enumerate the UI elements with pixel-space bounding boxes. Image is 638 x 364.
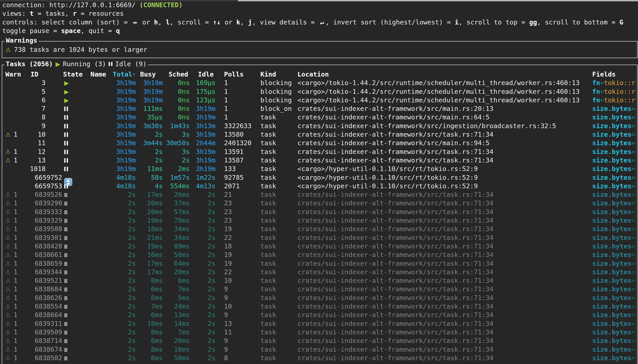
table-row[interactable]: ⚠1 6839509 2s 8ms 7ms 2s 11 task crates/… xyxy=(2,328,637,336)
table-row[interactable]: ⚠1 10 3h19m 2s 3s 3h19m 13580 task crate… xyxy=(2,130,637,139)
table-row[interactable]: ⚠1 6838554 2s 7ms 24ms 2s 10 task crates… xyxy=(2,302,637,310)
table-row[interactable]: ⚠1 6838626 2s 6ms 5ms 2s 9 task crates/s… xyxy=(2,294,637,302)
task-location: crates/sui-indexer-alt-framework/src/tas… xyxy=(298,319,494,328)
busy-duration: 8ms xyxy=(138,345,163,354)
table-row[interactable]: ⚠1 6838684 2s 6ms 7ms 2s 9 task crates/s… xyxy=(2,285,637,293)
sched-duration: 37ms xyxy=(165,199,190,207)
column-header-name[interactable]: Name xyxy=(90,70,106,78)
column-header-busy[interactable]: Busy xyxy=(140,70,156,78)
help-text: , scroll to bottom = xyxy=(537,18,619,26)
table-row[interactable]: ⚠1 6838664 2s 6ms 13ms 2s 9 task crates/… xyxy=(2,310,637,319)
table-row[interactable]: 6659753 4m18s 4s 554ms 4m13s 2071 task <… xyxy=(2,182,637,190)
table-row[interactable]: ⚠1 6839344 2s 17ms 28ms 2s 22 task crate… xyxy=(2,268,637,276)
table-row[interactable]: ⚠1 6839521 2s 8ms 6ms 2s 10 task crates/… xyxy=(2,276,637,285)
field-equals: = xyxy=(632,130,635,138)
task-id: 6839521 xyxy=(23,276,62,285)
task-kind: task xyxy=(260,148,276,156)
sched-duration: 7ms xyxy=(165,328,190,336)
table-row[interactable]: 7 3h19m 111ms 0ns 3h19m 1 block_on crate… xyxy=(2,104,637,113)
task-fields: size.bytes= xyxy=(592,148,635,156)
table-row[interactable]: 11 3h19m 3m44s 30m50s 2h44m 2401320 task… xyxy=(2,139,637,147)
busy-duration: 6ms xyxy=(138,310,163,319)
busy-duration: 20ms xyxy=(138,208,163,216)
column-header-warn[interactable]: Warn xyxy=(6,70,21,78)
column-header-state[interactable]: State xyxy=(63,70,82,78)
warn-cell xyxy=(6,173,23,182)
table-row[interactable]: ⚠1 13 3h19m 2s 2s 3h19m 13587 task crate… xyxy=(2,156,637,164)
idle-duration: 2s xyxy=(192,259,216,268)
state-paused-icon xyxy=(64,158,68,163)
task-id: 6839311 xyxy=(23,319,62,328)
table-row[interactable]: ⚠1 6839333 2s 20ms 57ms 2s 23 task crate… xyxy=(2,208,637,216)
table-row[interactable]: 9 3h19m 3m30s 1m43s 3h13m 3322633 task c… xyxy=(2,122,637,130)
column-header-total-sorted[interactable]: Total▿ xyxy=(113,70,135,79)
state-running-icon: ▶ xyxy=(64,88,69,95)
task-kind: blocking xyxy=(260,78,292,87)
table-row[interactable]: ⚠1 6839508 2s 18ms 34ms 2s 19 task crate… xyxy=(2,225,637,233)
table-row[interactable]: 5 ▶ 3h19m 3h19m 0ns 175µs 1 blocking <ca… xyxy=(2,87,637,96)
column-header-id[interactable]: ID xyxy=(30,70,38,78)
table-row[interactable]: ⚠1 6839526 2s 17ms 26ms 2s 21 task crate… xyxy=(2,190,637,199)
task-kind: task xyxy=(260,328,276,336)
table-row[interactable]: ⚠1 6839301 2s 21ms 34ms 2s 22 task crate… xyxy=(2,234,637,242)
column-header-idle[interactable]: Idle xyxy=(198,70,214,78)
table-row[interactable]: ⚠1 6838659 2s 17ms 64ms 2s 19 task crate… xyxy=(2,259,637,268)
idle-duration: 2s xyxy=(192,208,216,216)
warn-count: 1 xyxy=(14,156,17,164)
table-row[interactable]: ⚠1 6839329 2s 19ms 78ms 2s 23 task crate… xyxy=(2,216,637,225)
table-row[interactable]: ⚠1 6838661 2s 16ms 50ms 2s 19 task crate… xyxy=(2,250,637,259)
state-done-icon xyxy=(64,296,67,300)
table-row[interactable]: ⚠1 12 3h19m 2s 3s 3h19m 13591 task crate… xyxy=(2,148,637,156)
task-fields: size.bytes= xyxy=(592,164,635,173)
column-header-location[interactable]: Location xyxy=(298,70,329,78)
column-header-polls[interactable]: Polls xyxy=(224,70,244,78)
warning-triangle-icon: ⚠ xyxy=(6,295,10,300)
table-row[interactable]: ⚠1 6839290 2s 20ms 37ms 2s 23 task crate… xyxy=(2,199,637,207)
table-row[interactable]: 3 ▶ 3h19m 3h19m 0ns 169µs 1 blocking <ca… xyxy=(2,78,637,87)
table-row[interactable]: ⚠1 6838714 2s 6ms 20ms 2s 9 task crates/… xyxy=(2,336,637,345)
warning-triangle-icon: ⚠ xyxy=(6,244,10,249)
field-equals: = xyxy=(632,294,635,302)
help-header: connection: http://127.0.0.1:6669/ (CONN… xyxy=(2,1,638,35)
field-key: size.bytes xyxy=(592,139,632,147)
field-equals: = xyxy=(632,337,635,344)
column-header-kind[interactable]: Kind xyxy=(260,70,276,78)
table-row[interactable]: ⚠1 6838674 2s 8ms 10ms 2s 9 task crates/… xyxy=(2,345,637,354)
field-equals: = xyxy=(632,354,635,362)
field-equals: = xyxy=(632,251,635,258)
column-header-fields[interactable]: Fields xyxy=(592,70,616,78)
table-row[interactable]: ⚠1 6838502 2s 6ms 50ms 2s 8 task crates/… xyxy=(2,354,637,362)
state-done-icon xyxy=(64,330,67,334)
field-key: size.bytes xyxy=(592,122,632,130)
table-row[interactable]: ⚠1 6839311 2s 10ms 14ms 2s 13 task crate… xyxy=(2,319,637,328)
state-done-icon xyxy=(64,219,67,223)
warn-count: 1 xyxy=(14,276,17,285)
sched-duration: 64ms xyxy=(165,259,190,268)
warn-count: 1 xyxy=(14,319,17,328)
table-row[interactable]: ⚠1 6838428 2s 19ms 89ms 2s 18 task crate… xyxy=(2,242,637,250)
task-id: 6659753 xyxy=(23,182,62,190)
warn-cell xyxy=(6,96,23,104)
polls-count: 133 xyxy=(224,164,236,173)
table-body: 3 ▶ 3h19m 3h19m 0ns 169µs 1 blocking <ca… xyxy=(2,78,637,362)
warn-cell: ⚠1 xyxy=(6,225,23,233)
table-row[interactable]: 8 3h19m 35µs 0ns 3h19m 1 task crates/sui… xyxy=(2,113,637,122)
warn-count: 1 xyxy=(14,208,17,216)
warn-cell xyxy=(6,104,23,113)
task-location: <cargo>/hyper-util-0.1.10/src/rt/tokio.r… xyxy=(298,182,478,190)
task-state xyxy=(64,250,86,259)
table-row[interactable]: 6659752 4m18s 58s 1m57s 1m22s 92785 task… xyxy=(2,173,637,182)
warn-count: 1 xyxy=(14,294,17,302)
field-equals: = xyxy=(632,156,635,164)
task-state xyxy=(64,190,86,199)
sched-duration: 0ns xyxy=(165,104,190,113)
task-id: 6838659 xyxy=(23,259,62,268)
field-equals: = xyxy=(632,182,635,190)
table-row[interactable]: 1018 3h19m 11ms 2ms 3h19m 133 task <carg… xyxy=(2,164,637,173)
column-header-sched[interactable]: Sched xyxy=(168,70,188,78)
task-location: crates/sui-indexer-alt-framework/src/tas… xyxy=(298,302,494,310)
state-paused-icon xyxy=(64,106,68,111)
task-kind: task xyxy=(260,302,276,310)
table-row[interactable]: 6 ▶ 3h19m 3h19m 0ns 123µs 1 blocking <ca… xyxy=(2,96,637,104)
warnings-panel: Warnings ⚠ 738 tasks are 1024 bytes or l… xyxy=(2,41,638,58)
